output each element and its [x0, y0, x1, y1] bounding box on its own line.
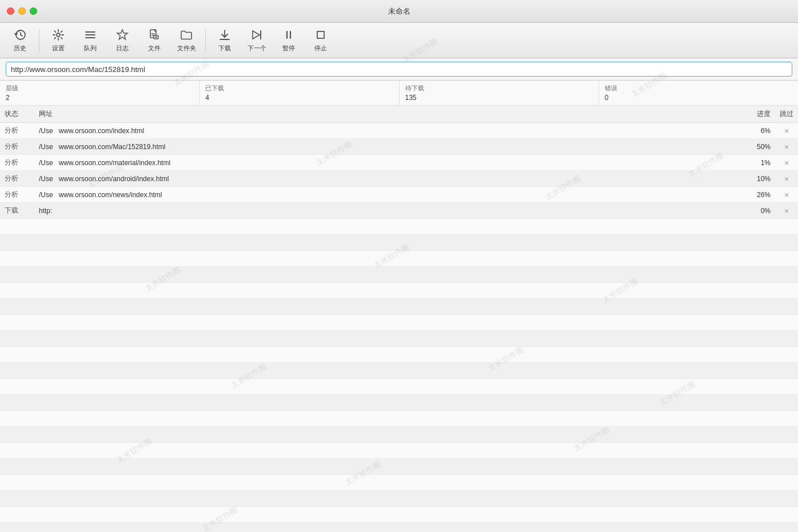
stats-downloaded: 已下载 4 — [200, 81, 399, 105]
row-skip-button[interactable]: × — [775, 126, 798, 135]
table-row: 分析 /Use www.orsoon.com/material/index.ht… — [0, 155, 798, 171]
empty-row — [0, 267, 798, 283]
maximize-button[interactable] — [30, 7, 37, 15]
header-skip: 跳过 — [775, 108, 798, 120]
empty-row — [0, 299, 798, 315]
empty-row — [0, 347, 798, 363]
row-status: 分析 — [0, 190, 34, 199]
log-label: 日志 — [116, 44, 129, 53]
folder-label: 文件夹 — [177, 44, 196, 53]
row-progress: 10% — [729, 175, 775, 183]
download-icon — [218, 29, 231, 43]
history-label: 历史 — [14, 44, 26, 53]
row-url: /Use www.orsoon.com/Mac/152819.html — [34, 143, 729, 151]
folder-button[interactable]: 文件夹 — [171, 25, 202, 56]
downloaded-label: 已下载 — [205, 84, 393, 93]
log-icon — [116, 29, 129, 43]
empty-row — [0, 251, 798, 267]
settings-button[interactable]: 设置 — [43, 25, 74, 56]
minimize-button[interactable] — [18, 7, 26, 15]
row-progress: 6% — [729, 127, 775, 135]
empty-row — [0, 395, 798, 411]
download-label: 下载 — [218, 44, 231, 53]
row-skip-button[interactable]: × — [775, 174, 798, 183]
empty-row — [0, 523, 798, 532]
empty-row — [0, 235, 798, 251]
row-status: 分析 — [0, 174, 34, 183]
empty-row — [0, 411, 798, 427]
row-url: http: — [34, 207, 729, 215]
header-progress: 进度 — [729, 108, 775, 120]
stats-pending: 待下载 135 — [400, 81, 599, 105]
error-value: 0 — [605, 94, 792, 102]
table-row: 分析 /Use www.orsoon.com/index.html 6% × — [0, 123, 798, 139]
urlbar-container — [0, 58, 798, 81]
row-status: 分析 — [0, 126, 34, 135]
stats-level: 层级 2 — [0, 81, 200, 105]
row-progress: 26% — [729, 191, 775, 199]
folder-icon — [180, 29, 193, 43]
empty-row — [0, 379, 798, 395]
empty-row — [0, 443, 798, 459]
settings-label: 设置 — [52, 44, 65, 53]
row-progress: 1% — [729, 159, 775, 167]
pause-button[interactable]: 暂停 — [273, 25, 304, 56]
row-skip-button[interactable]: × — [775, 190, 798, 199]
table-row: 下载 http: 0% × — [0, 203, 798, 219]
next-label: 下一个 — [248, 44, 266, 53]
queue-button[interactable]: 队列 — [75, 25, 106, 56]
empty-row — [0, 283, 798, 299]
table-row: 分析 /Use www.orsoon.com/news/index.html 2… — [0, 187, 798, 203]
row-url: /Use www.orsoon.com/news/index.html — [34, 191, 729, 199]
pending-value: 135 — [405, 94, 593, 102]
svg-point-1 — [57, 33, 60, 37]
window-title: 未命名 — [388, 6, 410, 17]
file-label: 文件 — [148, 44, 161, 53]
empty-row — [0, 507, 798, 523]
empty-row — [0, 427, 798, 443]
row-url: /Use www.orsoon.com/index.html — [34, 127, 729, 135]
table-header: 状态 网址 进度 跳过 — [0, 106, 798, 123]
history-icon — [14, 29, 26, 43]
next-button[interactable]: 下一个 — [241, 25, 272, 56]
row-progress: 50% — [729, 143, 775, 151]
row-status: 分析 — [0, 158, 34, 167]
row-skip-button[interactable]: × — [775, 158, 798, 167]
log-button[interactable]: 日志 — [107, 25, 138, 56]
titlebar: 未命名 — [0, 0, 798, 23]
row-skip-button[interactable]: × — [775, 206, 798, 215]
close-button[interactable] — [7, 7, 14, 15]
pause-icon — [282, 29, 295, 43]
empty-row — [0, 315, 798, 331]
download-button[interactable]: 下载 — [209, 25, 240, 56]
table-row: 分析 /Use www.orsoon.com/android/index.htm… — [0, 171, 798, 187]
level-label: 层级 — [6, 84, 193, 93]
empty-row — [0, 491, 798, 507]
header-status: 状态 — [0, 108, 34, 120]
empty-row — [0, 459, 798, 475]
toolbar: 历史 设置 队列 日志 — [0, 23, 798, 58]
level-value: 2 — [6, 94, 193, 102]
next-icon — [250, 29, 263, 43]
history-button[interactable]: 历史 — [5, 25, 35, 56]
table-body: 分析 /Use www.orsoon.com/index.html 6% × 分… — [0, 123, 798, 532]
table-row: 分析 /Use www.orsoon.com/Mac/152819.html 5… — [0, 139, 798, 155]
row-url: /Use www.orsoon.com/material/index.html — [34, 159, 729, 167]
row-status: 分析 — [0, 142, 34, 151]
traffic-lights — [7, 7, 37, 15]
header-url: 网址 — [34, 108, 729, 120]
pause-label: 暂停 — [282, 44, 295, 53]
url-input[interactable] — [6, 62, 792, 77]
row-skip-button[interactable]: × — [775, 142, 798, 151]
empty-row — [0, 219, 798, 235]
svg-marker-5 — [117, 30, 127, 39]
downloaded-value: 4 — [205, 94, 393, 102]
separator-2 — [205, 29, 206, 52]
row-progress: 0% — [729, 207, 775, 215]
empty-row — [0, 475, 798, 491]
row-status: 下载 — [0, 206, 34, 215]
stop-button[interactable]: 停止 — [305, 25, 336, 56]
file-icon — [148, 29, 161, 43]
svg-rect-18 — [317, 31, 324, 38]
file-button[interactable]: 文件 — [139, 25, 170, 56]
